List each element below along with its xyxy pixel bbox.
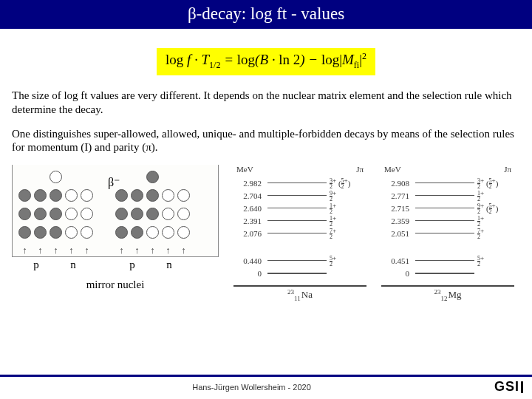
- eq-log1: log: [166, 52, 183, 67]
- level-scheme-figure: MeV Jπ 2.98232+ (52+)2.70492+2.64012+2.3…: [219, 165, 520, 302]
- na-level-jpi: 12+: [330, 214, 366, 228]
- mirror-nuclei-caption: mirror nuclei: [12, 279, 219, 291]
- levels-mg23: MeV Jπ 2.90832+ (52+)2.77112+2.71592+ (5…: [381, 165, 514, 302]
- eq-r1open: (B ·: [255, 52, 279, 67]
- mg-nuclide-label: 2312Mg: [381, 285, 514, 302]
- mg-level-row: 2.35912+: [381, 214, 514, 227]
- mg-level-jpi: 92+ (52+): [477, 202, 514, 215]
- mg-level-jpi: 72+: [477, 227, 514, 240]
- na-zero: 0: [233, 269, 265, 278]
- mg-level-list: 2.90832+ (52+)2.77112+2.71592+ (52+)2.35…: [381, 177, 514, 239]
- na-level-energy: 2.640: [233, 204, 265, 213]
- mg-level-row: 2.90832+ (52+): [381, 177, 514, 189]
- nucleus-right: ↑↑↑↑↑: [115, 171, 190, 256]
- eq-M: M: [342, 52, 354, 67]
- eq-log3: log: [321, 52, 339, 67]
- pn-labels: p n p n: [12, 257, 219, 271]
- na-ground-row: 0.440 52+: [233, 254, 366, 267]
- na-ground-jpi: 52+: [330, 254, 366, 267]
- na-level-list: 2.98232+ (52+)2.70492+2.64012+2.39112+2.…: [233, 177, 366, 239]
- n-label-left: n: [70, 259, 76, 271]
- mg-level-energy: 2.771: [381, 191, 412, 200]
- shell-model-figure: β⁻ ↑↑↑↑↑ ↑↑↑↑↑ p n p: [12, 165, 219, 291]
- na-level-energy: 2.982: [233, 179, 265, 188]
- mg-level-jpi: 12+: [477, 214, 514, 228]
- eq-ln2: ln 2: [279, 52, 300, 67]
- slide-footer: Hans-Jürgen Wollersheim - 2020 GSI: [0, 379, 532, 395]
- eq-dot: ·: [191, 52, 201, 67]
- na-level-row: 2.98232+ (52+): [233, 177, 366, 189]
- paragraph-1: The size of log ft values are very diffe…: [0, 89, 532, 117]
- equation-container: log f · T1/2 = log(B · ln 2) − log|Mfi|2: [0, 48, 532, 75]
- paragraph-2: One distinguishes super-allowed, allowed…: [0, 127, 532, 155]
- p-label-right: p: [129, 259, 135, 271]
- col-mev: MeV: [236, 165, 253, 174]
- mg-level-energy: 2.359: [381, 216, 412, 225]
- na-level-jpi: 32+ (52+): [330, 177, 366, 190]
- na-ground-e: 0.440: [233, 256, 265, 265]
- gsi-logo: GSI: [494, 379, 523, 395]
- na-level-energy: 2.704: [233, 191, 265, 200]
- mg-ground-row: 0.451 52+: [381, 254, 514, 267]
- na-level-jpi: 12+: [330, 202, 366, 215]
- na-level-row: 2.64012+: [233, 202, 366, 214]
- eq-sq: 2: [362, 51, 366, 61]
- na-level-jpi: 92+: [330, 189, 366, 202]
- col-jpi-2: Jπ: [504, 165, 511, 174]
- mg-level-jpi: 32+ (52+): [477, 177, 514, 190]
- eq-r1close: ) −: [300, 52, 321, 67]
- footer-rule: [0, 375, 532, 377]
- mg-level-row: 2.05172+: [381, 227, 514, 239]
- logft-equation: log f · T1/2 = log(B · ln 2) − log|Mfi|2: [157, 48, 375, 75]
- eq-Tsub: 1/2: [209, 60, 220, 70]
- col-mev-2: MeV: [384, 165, 401, 174]
- na-nuclide-label: 2311Na: [233, 285, 366, 302]
- figures-row: β⁻ ↑↑↑↑↑ ↑↑↑↑↑ p n p: [0, 165, 532, 302]
- p-label-left: p: [33, 259, 39, 271]
- n-label-right: n: [166, 259, 172, 271]
- mg-ground-e: 0.451: [381, 256, 412, 265]
- mg-level-row: 2.71592+ (52+): [381, 202, 514, 214]
- levels-na23: MeV Jπ 2.98232+ (52+)2.70492+2.64012+2.3…: [233, 165, 366, 302]
- mg-level-row: 2.77112+: [381, 189, 514, 202]
- footer-author: Hans-Jürgen Wollersheim - 2020: [192, 383, 311, 392]
- eq-eq: =: [220, 52, 236, 67]
- mg-level-energy: 2.908: [381, 179, 412, 188]
- na-level-row: 2.39112+: [233, 214, 366, 227]
- mg-level-energy: 2.715: [381, 204, 412, 213]
- eq-f: f: [183, 52, 191, 67]
- nucleus-left: ↑↑↑↑↑: [18, 171, 93, 256]
- na-level-jpi: 72+: [330, 227, 366, 240]
- mg-ground-jpi: 52+: [477, 254, 514, 267]
- na-level-energy: 2.076: [233, 229, 265, 238]
- mg-level-jpi: 12+: [477, 189, 514, 202]
- slide-title: β-decay: log ft - values: [0, 0, 532, 29]
- beta-minus-label: β⁻: [108, 175, 120, 189]
- na-level-row: 2.07672+: [233, 227, 366, 239]
- na-level-energy: 2.391: [233, 216, 265, 225]
- na-level-row: 2.70492+: [233, 189, 366, 202]
- col-jpi: Jπ: [356, 165, 364, 174]
- mg-zero: 0: [381, 269, 412, 278]
- mg-level-energy: 2.051: [381, 229, 412, 238]
- eq-log2: log: [237, 52, 255, 67]
- eq-T: T: [202, 52, 210, 67]
